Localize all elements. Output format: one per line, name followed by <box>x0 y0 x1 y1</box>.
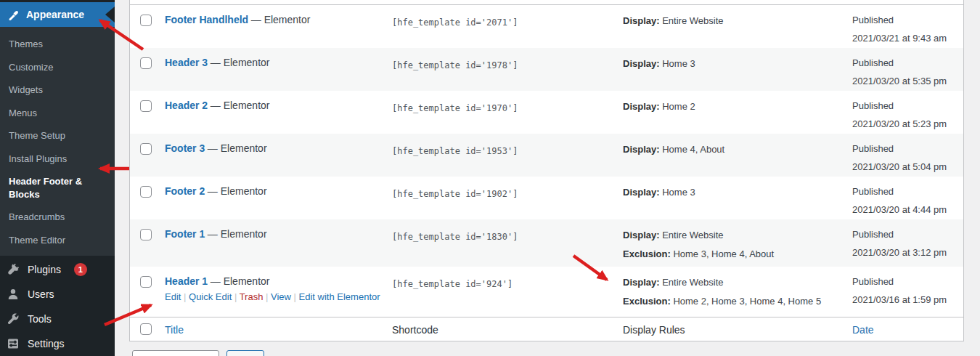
sidebar-subitem-install-plugins[interactable]: Install Plugins <box>0 147 115 171</box>
sidebar-item-plugins[interactable]: Plugins1 <box>0 257 115 282</box>
display-label: Display: <box>623 15 660 26</box>
display-value: Home 3 <box>662 187 695 198</box>
table-row: Header 3 — Elementor[hfe_template id='19… <box>130 48 963 91</box>
display-value: Entire Website <box>662 277 723 288</box>
sidebar-item-users[interactable]: Users <box>0 282 115 307</box>
sidebar-item-label: Tools <box>28 313 52 325</box>
publish-status: Published <box>852 140 963 158</box>
row-checkbox[interactable] <box>140 276 152 288</box>
row-checkbox[interactable] <box>140 100 152 112</box>
exclusion-label: Exclusion: <box>623 296 671 307</box>
sidebar-subitem-widgets[interactable]: Widgets <box>0 78 115 102</box>
row-action-trash[interactable]: Trash <box>240 291 264 302</box>
display-label: Display: <box>623 101 660 112</box>
column-header-title[interactable]: Title <box>165 324 184 336</box>
sidebar-subitem-breadcrumbs[interactable]: Breadcrumbs <box>0 206 115 229</box>
table-top-edge <box>130 0 963 5</box>
table-row: Header 1 — ElementorEdit | Quick Edit | … <box>130 267 963 317</box>
publish-date: 2021/03/20 at 3:12 pm <box>852 244 963 262</box>
paintbrush-icon <box>7 8 20 21</box>
sidebar-item-label: Settings <box>28 338 65 349</box>
column-header-date[interactable]: Date <box>852 324 874 336</box>
exclusion-label: Exclusion: <box>623 248 671 259</box>
templates-list-table: Footer Handlheld — Elementor[hfe_templat… <box>129 0 964 341</box>
sidebar-item-settings[interactable]: Settings <box>0 331 115 356</box>
elementor-suffix: — Elementor <box>208 142 267 154</box>
display-rule: Display: Entire Website <box>623 276 852 290</box>
sidebar-item-label: Plugins <box>28 264 61 275</box>
display-label: Display: <box>623 58 660 69</box>
template-title-link[interactable]: Footer Handlheld <box>165 14 248 25</box>
table-row: Footer 3 — Elementor[hfe_template id='19… <box>130 134 963 177</box>
template-title-link[interactable]: Footer 1 <box>165 228 205 240</box>
exclusion-rule: Exclusion: Home 3, Home 4, About <box>623 248 852 262</box>
template-title-link[interactable]: Header 3 <box>165 57 208 68</box>
shortcode-text: [hfe_template id='1978'] <box>392 60 518 70</box>
action-separator: | <box>181 291 189 302</box>
sidebar-subitem-themes[interactable]: Themes <box>0 33 115 56</box>
display-rule: Display: Home 4, About <box>623 143 852 157</box>
admin-menu: Plugins1UsersToolsSettingsMMC4WP <box>0 257 115 356</box>
column-header-shortcode: Shortcode <box>392 324 438 336</box>
elementor-suffix: — Elementor <box>208 228 267 240</box>
sidebar-item-tools[interactable]: Tools <box>0 307 115 331</box>
publish-status: Published <box>852 226 963 244</box>
elementor-suffix: — Elementor <box>211 275 270 287</box>
sidebar-item-appearance[interactable]: Appearance <box>0 2 115 27</box>
sidebar-subitem-theme-editor[interactable]: Theme Editor <box>0 229 115 252</box>
sidebar-subitem-menus[interactable]: Menus <box>0 102 115 125</box>
admin-sidebar: Appearance ThemesCustomizeWidgetsMenusTh… <box>0 0 115 356</box>
bulk-actions-select[interactable] <box>132 350 219 356</box>
shortcode-text: [hfe_template id='1953'] <box>392 146 518 156</box>
publish-status: Published <box>852 12 963 30</box>
publish-status: Published <box>852 273 963 291</box>
row-action-quick-edit[interactable]: Quick Edit <box>189 291 232 302</box>
template-title-link[interactable]: Footer 2 <box>165 185 205 197</box>
publish-status: Published <box>852 54 963 73</box>
table-row: Footer 2 — Elementor[hfe_template id='19… <box>130 177 963 219</box>
table-body: Footer Handlheld — Elementor[hfe_templat… <box>130 5 963 317</box>
table-row: Footer Handlheld — Elementor[hfe_templat… <box>130 5 963 48</box>
publish-date: 2021/03/21 at 9:43 am <box>852 30 963 48</box>
row-action-view[interactable]: View <box>271 291 291 302</box>
sidebar-subitem-theme-setup[interactable]: Theme Setup <box>0 124 115 147</box>
row-action-edit[interactable]: Edit <box>165 291 181 302</box>
row-checkbox[interactable] <box>140 229 152 240</box>
template-title-link[interactable]: Header 1 <box>165 275 208 287</box>
publish-date: 2021/03/20 at 5:35 pm <box>852 73 963 91</box>
sliders-icon <box>7 337 20 350</box>
publish-date: 2021/03/20 at 5:04 pm <box>852 158 963 177</box>
display-value: Home 3 <box>662 58 695 69</box>
row-action-edit-with-elementor[interactable]: Edit with Elementor <box>299 291 380 302</box>
select-all-checkbox[interactable] <box>140 323 152 335</box>
elementor-suffix: — Elementor <box>208 185 267 197</box>
row-actions: Edit | Quick Edit | Trash | View | Edit … <box>165 291 392 302</box>
row-checkbox[interactable] <box>140 57 152 69</box>
display-value: Entire Website <box>662 15 723 26</box>
shortcode-text: [hfe_template id='1830'] <box>392 232 518 242</box>
template-title-link[interactable]: Header 2 <box>165 100 208 111</box>
action-separator: | <box>232 291 239 302</box>
row-checkbox[interactable] <box>140 143 152 155</box>
table-footer-header-row: Title Shortcode Display Rules Date <box>130 317 963 341</box>
shortcode-text: [hfe_template id='2071'] <box>392 17 518 28</box>
sidebar-subitem-header-footer-blocks[interactable]: Header Footer & Blocks <box>0 170 115 206</box>
table-row: Footer 1 — Elementor[hfe_template id='18… <box>130 219 963 267</box>
wrench-icon <box>7 312 20 325</box>
sidebar-subitem-customize[interactable]: Customize <box>0 56 115 79</box>
elementor-suffix: — Elementor <box>211 100 270 111</box>
display-label: Display: <box>623 230 660 240</box>
exclusion-value: Home 2, Home 3, Home 4, Home 5 <box>673 296 821 307</box>
template-title-link[interactable]: Footer 3 <box>165 142 205 154</box>
shortcode-text: [hfe_template id='924'] <box>392 279 513 289</box>
user-icon <box>7 288 20 301</box>
sidebar-item-label: Users <box>28 288 54 300</box>
display-rule: Display: Entire Website <box>623 229 852 243</box>
row-checkbox[interactable] <box>140 15 152 26</box>
display-rule: Display: Home 2 <box>623 100 852 114</box>
action-separator: | <box>263 291 271 302</box>
row-checkbox[interactable] <box>140 186 152 198</box>
elementor-suffix: — Elementor <box>251 14 311 25</box>
apply-button[interactable] <box>226 350 264 356</box>
publish-date: 2021/03/20 at 5:23 pm <box>852 116 963 134</box>
